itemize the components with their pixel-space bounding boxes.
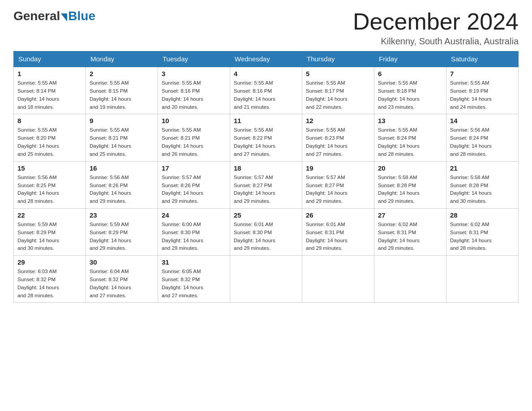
page-header: General Blue December 2024 Kilkenny, Sou…: [13, 9, 519, 47]
calendar-day-cell: 7Sunrise: 5:55 AMSunset: 8:19 PMDaylight…: [446, 67, 519, 114]
calendar-week-row: 1Sunrise: 5:55 AMSunset: 8:14 PMDaylight…: [14, 67, 519, 114]
day-info: Sunrise: 5:55 AMSunset: 8:24 PMDaylight:…: [378, 126, 442, 158]
calendar-day-cell: 18Sunrise: 5:57 AMSunset: 8:27 PMDayligh…: [230, 161, 302, 208]
day-info: Sunrise: 5:55 AMSunset: 8:22 PMDaylight:…: [234, 126, 298, 158]
day-info: Sunrise: 6:02 AMSunset: 8:31 PMDaylight:…: [378, 221, 442, 253]
day-number: 31: [162, 258, 226, 266]
day-number: 9: [90, 117, 154, 124]
day-info: Sunrise: 5:55 AMSunset: 8:15 PMDaylight:…: [90, 79, 154, 111]
day-info: Sunrise: 5:55 AMSunset: 8:14 PMDaylight:…: [17, 79, 82, 111]
day-info: Sunrise: 6:04 AMSunset: 8:32 PMDaylight:…: [90, 268, 154, 300]
weekday-header-wednesday: Wednesday: [230, 51, 302, 67]
day-number: 11: [234, 117, 298, 124]
weekday-header-tuesday: Tuesday: [158, 51, 230, 67]
calendar-table: SundayMondayTuesdayWednesdayThursdayFrid…: [13, 51, 519, 303]
weekday-header-monday: Monday: [86, 51, 158, 67]
day-number: 23: [90, 211, 154, 219]
logo-blue-text: Blue: [68, 9, 95, 23]
day-number: 2: [90, 70, 154, 77]
weekday-header-row: SundayMondayTuesdayWednesdayThursdayFrid…: [14, 51, 519, 67]
day-info: Sunrise: 5:58 AMSunset: 8:28 PMDaylight:…: [450, 174, 515, 206]
day-number: 16: [90, 164, 154, 172]
calendar-day-cell: 5Sunrise: 5:55 AMSunset: 8:17 PMDaylight…: [302, 67, 374, 114]
day-info: Sunrise: 5:55 AMSunset: 8:19 PMDaylight:…: [450, 79, 515, 111]
calendar-day-cell: 20Sunrise: 5:58 AMSunset: 8:28 PMDayligh…: [374, 161, 446, 208]
day-number: 18: [234, 164, 298, 172]
day-number: 30: [90, 258, 154, 266]
day-info: Sunrise: 6:05 AMSunset: 8:32 PMDaylight:…: [162, 268, 226, 300]
weekday-header-friday: Friday: [374, 51, 446, 67]
logo-arrow-icon: [61, 13, 67, 21]
day-info: Sunrise: 5:57 AMSunset: 8:27 PMDaylight:…: [306, 174, 370, 206]
day-number: 5: [306, 70, 370, 77]
calendar-day-cell: 14Sunrise: 5:56 AMSunset: 8:24 PMDayligh…: [446, 114, 519, 161]
day-number: 1: [17, 70, 82, 77]
day-number: 21: [450, 164, 515, 172]
day-number: 3: [162, 70, 226, 77]
day-info: Sunrise: 5:59 AMSunset: 8:29 PMDaylight:…: [90, 221, 154, 253]
day-number: 29: [17, 258, 82, 266]
calendar-day-cell: 16Sunrise: 5:56 AMSunset: 8:26 PMDayligh…: [86, 161, 158, 208]
day-info: Sunrise: 6:01 AMSunset: 8:30 PMDaylight:…: [234, 221, 298, 253]
day-number: 12: [306, 117, 370, 124]
calendar-day-cell: 28Sunrise: 6:02 AMSunset: 8:31 PMDayligh…: [446, 208, 519, 255]
calendar-day-cell: [374, 256, 446, 303]
calendar-day-cell: 25Sunrise: 6:01 AMSunset: 8:30 PMDayligh…: [230, 208, 302, 255]
calendar-day-cell: 12Sunrise: 5:55 AMSunset: 8:23 PMDayligh…: [302, 114, 374, 161]
calendar-day-cell: [230, 256, 302, 303]
day-info: Sunrise: 5:56 AMSunset: 8:24 PMDaylight:…: [450, 126, 515, 158]
calendar-day-cell: [446, 256, 519, 303]
calendar-day-cell: 11Sunrise: 5:55 AMSunset: 8:22 PMDayligh…: [230, 114, 302, 161]
calendar-day-cell: 23Sunrise: 5:59 AMSunset: 8:29 PMDayligh…: [86, 208, 158, 255]
day-info: Sunrise: 5:55 AMSunset: 8:21 PMDaylight:…: [162, 126, 226, 158]
day-info: Sunrise: 5:57 AMSunset: 8:26 PMDaylight:…: [162, 174, 226, 206]
day-info: Sunrise: 6:01 AMSunset: 8:31 PMDaylight:…: [306, 221, 370, 253]
day-info: Sunrise: 5:59 AMSunset: 8:29 PMDaylight:…: [17, 221, 82, 253]
day-info: Sunrise: 5:57 AMSunset: 8:27 PMDaylight:…: [234, 174, 298, 206]
calendar-day-cell: 22Sunrise: 5:59 AMSunset: 8:29 PMDayligh…: [14, 208, 86, 255]
day-number: 25: [234, 211, 298, 219]
calendar-week-row: 8Sunrise: 5:55 AMSunset: 8:20 PMDaylight…: [14, 114, 519, 161]
calendar-day-cell: 2Sunrise: 5:55 AMSunset: 8:15 PMDaylight…: [86, 67, 158, 114]
day-info: Sunrise: 6:03 AMSunset: 8:32 PMDaylight:…: [17, 268, 82, 300]
day-number: 8: [17, 117, 82, 124]
day-number: 22: [17, 211, 82, 219]
weekday-header-thursday: Thursday: [302, 51, 374, 67]
calendar-day-cell: 27Sunrise: 6:02 AMSunset: 8:31 PMDayligh…: [374, 208, 446, 255]
calendar-day-cell: 4Sunrise: 5:55 AMSunset: 8:16 PMDaylight…: [230, 67, 302, 114]
calendar-day-cell: 3Sunrise: 5:55 AMSunset: 8:16 PMDaylight…: [158, 67, 230, 114]
calendar-day-cell: 15Sunrise: 5:56 AMSunset: 8:25 PMDayligh…: [14, 161, 86, 208]
day-number: 7: [450, 70, 515, 77]
day-number: 28: [450, 211, 515, 219]
day-number: 13: [378, 117, 442, 124]
calendar-day-cell: 13Sunrise: 5:55 AMSunset: 8:24 PMDayligh…: [374, 114, 446, 161]
day-number: 24: [162, 211, 226, 219]
day-number: 26: [306, 211, 370, 219]
day-info: Sunrise: 5:58 AMSunset: 8:28 PMDaylight:…: [378, 174, 442, 206]
day-number: 14: [450, 117, 515, 124]
calendar-day-cell: 30Sunrise: 6:04 AMSunset: 8:32 PMDayligh…: [86, 256, 158, 303]
day-info: Sunrise: 5:56 AMSunset: 8:25 PMDaylight:…: [17, 174, 82, 206]
calendar-week-row: 29Sunrise: 6:03 AMSunset: 8:32 PMDayligh…: [14, 256, 519, 303]
day-info: Sunrise: 5:55 AMSunset: 8:16 PMDaylight:…: [162, 79, 226, 111]
location-title: Kilkenny, South Australia, Australia: [353, 36, 519, 47]
logo-general-text: General: [13, 9, 60, 23]
day-number: 6: [378, 70, 442, 77]
calendar-day-cell: 29Sunrise: 6:03 AMSunset: 8:32 PMDayligh…: [14, 256, 86, 303]
calendar-day-cell: 21Sunrise: 5:58 AMSunset: 8:28 PMDayligh…: [446, 161, 519, 208]
calendar-day-cell: 6Sunrise: 5:55 AMSunset: 8:18 PMDaylight…: [374, 67, 446, 114]
calendar-day-cell: [302, 256, 374, 303]
weekday-header-saturday: Saturday: [446, 51, 519, 67]
day-info: Sunrise: 5:55 AMSunset: 8:18 PMDaylight:…: [378, 79, 442, 111]
month-title: December 2024: [353, 9, 519, 34]
day-number: 19: [306, 164, 370, 172]
day-info: Sunrise: 5:55 AMSunset: 8:21 PMDaylight:…: [90, 126, 154, 158]
calendar-day-cell: 9Sunrise: 5:55 AMSunset: 8:21 PMDaylight…: [86, 114, 158, 161]
calendar-day-cell: 31Sunrise: 6:05 AMSunset: 8:32 PMDayligh…: [158, 256, 230, 303]
calendar-day-cell: 8Sunrise: 5:55 AMSunset: 8:20 PMDaylight…: [14, 114, 86, 161]
day-info: Sunrise: 6:00 AMSunset: 8:30 PMDaylight:…: [162, 221, 226, 253]
day-info: Sunrise: 5:56 AMSunset: 8:26 PMDaylight:…: [90, 174, 154, 206]
day-info: Sunrise: 5:55 AMSunset: 8:16 PMDaylight:…: [234, 79, 298, 111]
weekday-header-sunday: Sunday: [14, 51, 86, 67]
day-number: 20: [378, 164, 442, 172]
